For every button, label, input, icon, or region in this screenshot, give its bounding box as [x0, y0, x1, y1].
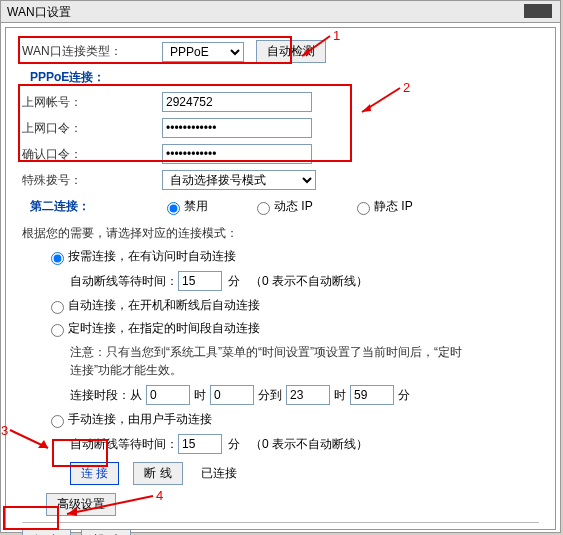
separator: [22, 522, 539, 523]
radio-static[interactable]: [357, 202, 370, 215]
zero-hint-1: （0 表示不自动断线）: [250, 273, 368, 290]
m2: 分: [398, 387, 410, 404]
ondemand-wait-label: 自动断线等待时间：: [70, 273, 178, 290]
window-title: WAN口设置: [7, 5, 71, 19]
account-input[interactable]: [162, 92, 312, 112]
confirm-row: 确认口令：: [22, 144, 539, 164]
mode-auto-row: 自动连接，在开机和断线后自动连接: [22, 297, 539, 314]
account-row: 上网帐号：: [22, 92, 539, 112]
to-hour-input[interactable]: [286, 385, 330, 405]
special-label: 特殊拨号：: [22, 172, 162, 189]
wan-type-row: WAN口连接类型： PPPoE 自动检测: [22, 40, 539, 63]
h1: 时: [194, 387, 206, 404]
manual-wait-row: 自动断线等待时间： 分 （0 表示不自动断线）: [22, 434, 539, 454]
second-conn-row: 第二连接： 禁用 动态 IP 静态 IP: [22, 198, 539, 215]
wan-type-select[interactable]: PPPoE: [162, 42, 244, 62]
password-label: 上网口令：: [22, 120, 162, 137]
ondemand-wait-row: 自动断线等待时间： 分 （0 表示不自动断线）: [22, 271, 539, 291]
save-button[interactable]: 保 存: [22, 529, 71, 535]
scheduled-note: 注意：只有当您到“系统工具”菜单的“时间设置”项设置了当前时间后，“定时连接”功…: [22, 343, 462, 379]
help-button[interactable]: 帮 助: [81, 529, 130, 535]
radio-ondemand[interactable]: [51, 252, 64, 265]
wan-type-label: WAN口连接类型：: [22, 43, 162, 60]
time-label: 连接时段：从: [70, 387, 142, 404]
confirm-input[interactable]: [162, 144, 312, 164]
minutes-1: 分: [228, 273, 240, 290]
ondemand-wait-input[interactable]: [178, 271, 222, 291]
account-label: 上网帐号：: [22, 94, 162, 111]
radio-static-label[interactable]: 静态 IP: [352, 198, 413, 215]
radio-disable-label[interactable]: 禁用: [162, 198, 252, 215]
special-select[interactable]: 自动选择拨号模式: [162, 170, 316, 190]
advanced-row: 高级设置: [22, 493, 539, 516]
red-num-3: 3: [1, 423, 8, 438]
titlebar: WAN口设置: [1, 1, 560, 23]
disconnect-button[interactable]: 断 线: [133, 462, 182, 485]
confirm-label: 确认口令：: [22, 146, 162, 163]
save-row: 保 存 帮 助: [22, 529, 539, 535]
mode-ondemand-row: 按需连接，在有访问时自动连接: [22, 248, 539, 265]
content-frame: WAN口连接类型： PPPoE 自动检测 PPPoE连接： 上网帐号： 上网口令…: [5, 27, 556, 530]
h2: 时: [334, 387, 346, 404]
autodetect-button[interactable]: 自动检测: [256, 40, 326, 63]
radio-ondemand-label[interactable]: 按需连接，在有访问时自动连接: [46, 248, 236, 265]
to-min-input[interactable]: [350, 385, 394, 405]
m1: 分到: [258, 387, 282, 404]
radio-scheduled[interactable]: [51, 324, 64, 337]
radio-dynamic-label[interactable]: 动态 IP: [252, 198, 352, 215]
from-hour-input[interactable]: [146, 385, 190, 405]
radio-auto[interactable]: [51, 301, 64, 314]
connect-button[interactable]: 连 接: [70, 462, 119, 485]
mode-manual-row: 手动连接，由用户手动连接: [22, 411, 539, 428]
connect-row: 连 接 断 线 已连接: [22, 462, 539, 485]
minimize-icon[interactable]: [524, 4, 552, 18]
radio-disable[interactable]: [167, 202, 180, 215]
mode-desc: 根据您的需要，请选择对应的连接模式：: [22, 225, 539, 242]
zero-hint-2: （0 表示不自动断线）: [250, 436, 368, 453]
mode-scheduled-row: 定时连接，在指定的时间段自动连接: [22, 320, 539, 337]
from-min-input[interactable]: [210, 385, 254, 405]
password-input[interactable]: [162, 118, 312, 138]
radio-auto-label[interactable]: 自动连接，在开机和断线后自动连接: [46, 297, 260, 314]
pppoe-section-title: PPPoE连接：: [30, 69, 539, 86]
conn-status: 已连接: [201, 465, 237, 482]
radio-manual[interactable]: [51, 415, 64, 428]
radio-scheduled-label[interactable]: 定时连接，在指定的时间段自动连接: [46, 320, 260, 337]
second-conn-label: 第二连接：: [22, 198, 162, 215]
minutes-2: 分: [228, 436, 240, 453]
time-row: 连接时段：从 时 分到 时 分: [22, 385, 539, 405]
password-row: 上网口令：: [22, 118, 539, 138]
manual-wait-input[interactable]: [178, 434, 222, 454]
wan-settings-window: WAN口设置 WAN口连接类型： PPPoE 自动检测 PPPoE连接： 上网帐…: [0, 0, 561, 533]
special-row: 特殊拨号： 自动选择拨号模式: [22, 170, 539, 190]
advanced-button[interactable]: 高级设置: [46, 493, 116, 516]
radio-manual-label[interactable]: 手动连接，由用户手动连接: [46, 411, 212, 428]
radio-dynamic[interactable]: [257, 202, 270, 215]
manual-wait-label: 自动断线等待时间：: [70, 436, 178, 453]
